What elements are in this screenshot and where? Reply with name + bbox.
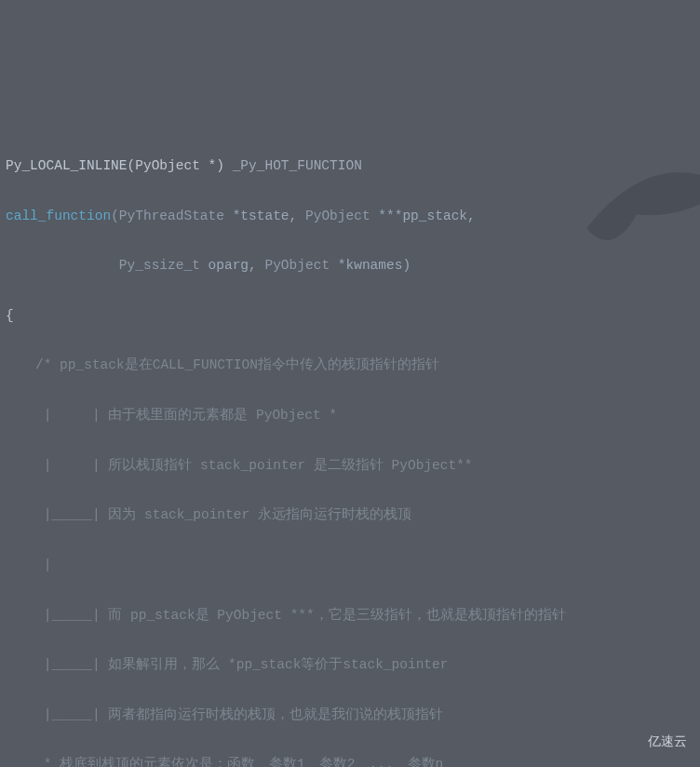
param-type: Py_ssize_t (119, 258, 209, 273)
param-type: PyObject (264, 258, 337, 273)
function-name: call_function (6, 209, 111, 223)
comment-line: |_____| 而 pp_stack是 PyObject ***，它是三级指针，… (6, 603, 694, 628)
comment-line: |_____| 两者都指向运行时栈的栈顶，也就是我们说的栈顶指针 (6, 703, 694, 728)
code-line: Py_ssize_t oparg, PyObject *kwnames) (6, 253, 694, 278)
watermark-text: 亿速云 (648, 730, 687, 754)
watermark: 亿速云 (611, 730, 687, 754)
param-name: *kwnames) (338, 258, 411, 273)
comment-line: |_____| 因为 stack_pointer 永远指向运行时栈的栈顶 (6, 503, 694, 528)
param-type: (PyThreadState (111, 209, 233, 223)
param-name: oparg, (209, 258, 265, 273)
indent (6, 258, 119, 273)
hot-attr: _Py_HOT_FUNCTION (224, 158, 362, 173)
code-line: Py_LOCAL_INLINE(PyObject *) _Py_HOT_FUNC… (6, 154, 694, 179)
comment-line: | | 由于栈里面的元素都是 PyObject * (6, 403, 694, 428)
comment-line: /* pp_stack是在CALL_FUNCTION指令中传入的栈顶指针的指针 (6, 353, 694, 378)
comment-line: | (6, 553, 694, 578)
code-line: call_function(PyThreadState *tstate, PyO… (6, 204, 694, 229)
background-decoration (570, 102, 700, 270)
comment-line: * 栈底到栈顶的元素依次是：函数、参数1、参数2、...、参数n (6, 752, 694, 767)
comment-line: |_____| 如果解引用，那么 *pp_stack等价于stack_point… (6, 653, 694, 678)
cloud-icon (611, 732, 642, 752)
param-name: ***pp_stack, (378, 209, 475, 223)
param-name: *tstate, (233, 209, 305, 223)
return-type: (PyObject *) (128, 158, 224, 173)
param-type: PyObject (305, 209, 378, 223)
brace-open: { (6, 303, 694, 329)
macro-name: Py_LOCAL_INLINE (6, 158, 128, 173)
comment-line: | | 所以栈顶指针 stack_pointer 是二级指针 PyObject*… (6, 453, 694, 478)
